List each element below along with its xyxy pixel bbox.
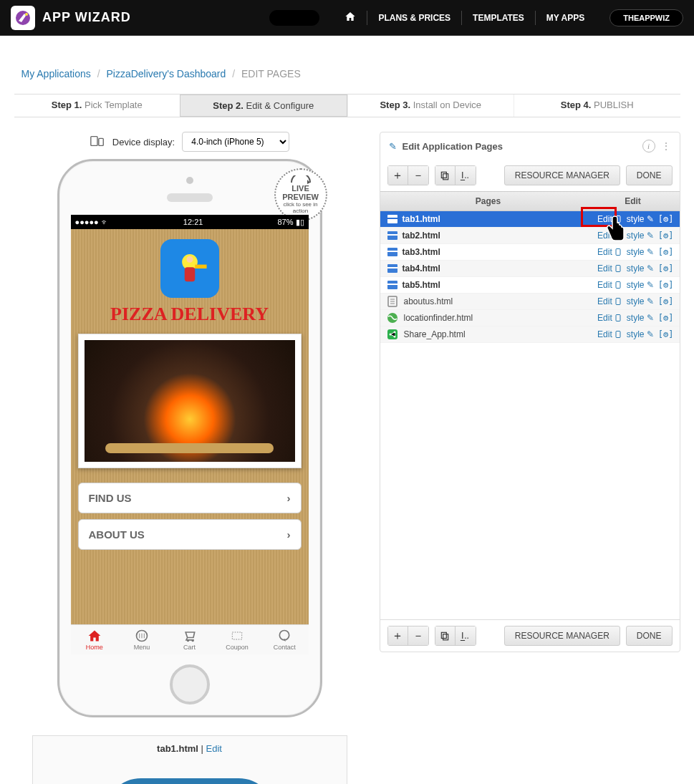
row-gear[interactable]: [⚙] bbox=[658, 280, 674, 290]
row-style[interactable]: style ✎ bbox=[627, 247, 654, 257]
remove-button[interactable]: － bbox=[408, 166, 428, 185]
step-4[interactable]: Step 4. PUBLISH bbox=[514, 95, 680, 117]
row-style[interactable]: style ✎ bbox=[627, 263, 654, 274]
home-button[interactable] bbox=[170, 664, 210, 705]
svg-rect-7 bbox=[195, 265, 206, 268]
add-button-bottom[interactable]: ＋ bbox=[388, 626, 408, 645]
app-title: PIZZA DELIVERY bbox=[78, 304, 302, 325]
page-row[interactable]: locationfinder.htmlEdit style ✎[⚙] bbox=[380, 310, 680, 326]
nav-plans[interactable]: PLANS & PRICES bbox=[367, 11, 461, 25]
find-us-item[interactable]: FIND US› bbox=[78, 483, 302, 513]
row-edit[interactable]: Edit bbox=[597, 231, 622, 241]
step-2[interactable]: Step 2. Edit & Configure bbox=[180, 95, 347, 117]
row-edit[interactable]: Edit bbox=[597, 313, 622, 323]
device-select[interactable]: 4.0-inch (iPhone 5) bbox=[182, 132, 289, 152]
svg-rect-12 bbox=[441, 172, 446, 178]
live-preview-badge[interactable]: LIVE PREVIEW click to see in action bbox=[274, 168, 327, 221]
page-row[interactable]: aboutus.htmlEdit style ✎[⚙] bbox=[380, 294, 680, 310]
page-row[interactable]: tab3.htmlEdit style ✎[⚙] bbox=[380, 244, 680, 261]
page-row[interactable]: tab4.htmlEdit style ✎[⚙] bbox=[380, 261, 680, 277]
page-row[interactable]: tab5.htmlEdit style ✎[⚙] bbox=[380, 277, 680, 294]
device-display-label: Device display: bbox=[112, 137, 175, 147]
row-edit[interactable]: Edit bbox=[597, 280, 622, 290]
row-edit[interactable]: Edit bbox=[597, 263, 622, 274]
pizza-photo bbox=[78, 334, 302, 468]
status-battery: 87% bbox=[277, 218, 293, 226]
row-gear[interactable]: [⚙] bbox=[658, 296, 674, 306]
done-button-bottom[interactable]: DONE bbox=[626, 626, 673, 646]
row-edit[interactable]: Edit bbox=[597, 329, 622, 339]
col-pages: Pages bbox=[380, 192, 587, 210]
row-gear[interactable]: [⚙] bbox=[658, 214, 674, 224]
row-name: tab5.html bbox=[403, 280, 594, 290]
tab-home[interactable]: Home bbox=[71, 625, 118, 654]
user-button[interactable]: THEAPPWIZ bbox=[609, 9, 683, 26]
steps-bar: Step 1. Pick Template Step 2. Edit & Con… bbox=[14, 94, 680, 117]
step-1[interactable]: Step 1. Pick Template bbox=[14, 95, 180, 117]
crumb-apps[interactable]: My Applications bbox=[21, 68, 91, 79]
svg-rect-28 bbox=[616, 282, 620, 289]
footer-file: tab1.html bbox=[157, 743, 198, 754]
rename-button[interactable]: I̲.. bbox=[456, 166, 476, 185]
tab-menu[interactable]: Menu bbox=[118, 625, 165, 654]
devices-icon bbox=[90, 133, 105, 151]
page-row[interactable]: tab2.htmlEdit style ✎[⚙] bbox=[380, 228, 680, 244]
row-gear[interactable]: [⚙] bbox=[658, 313, 674, 323]
pages-panel: ✎ Edit Application Pages i ⋮ ＋ － I̲.. RE… bbox=[380, 132, 680, 652]
svg-rect-6 bbox=[184, 267, 195, 281]
row-style[interactable]: style ✎ bbox=[627, 231, 654, 241]
row-style[interactable]: style ✎ bbox=[627, 214, 654, 224]
svg-rect-41 bbox=[441, 632, 446, 638]
page-row[interactable]: tab1.htmlEdit style ✎[⚙] bbox=[380, 211, 680, 228]
dark-pill bbox=[269, 10, 319, 26]
page-row[interactable]: Share_App.htmlEdit style ✎[⚙] bbox=[380, 326, 680, 343]
battery-icon: ▮▯ bbox=[296, 218, 304, 227]
tab-coupon[interactable]: Coupon bbox=[213, 625, 261, 654]
row-edit[interactable]: Edit bbox=[597, 296, 622, 306]
row-style[interactable]: style ✎ bbox=[627, 329, 654, 339]
logo-icon bbox=[11, 6, 35, 30]
row-name: tab1.html bbox=[403, 214, 594, 224]
crumb-dashboard[interactable]: PizzaDelivery's Dashboard bbox=[106, 68, 226, 79]
row-gear[interactable]: [⚙] bbox=[658, 231, 674, 241]
svg-rect-42 bbox=[443, 634, 448, 640]
remove-button-bottom[interactable]: － bbox=[408, 626, 428, 645]
row-edit[interactable]: Edit bbox=[597, 214, 622, 224]
row-name: aboutus.html bbox=[403, 296, 594, 306]
nav-myapps[interactable]: MY APPS bbox=[535, 11, 595, 25]
crumb-current: EDIT PAGES bbox=[241, 68, 301, 79]
svg-rect-19 bbox=[616, 233, 620, 239]
row-gear[interactable]: [⚙] bbox=[658, 247, 674, 257]
home-icon[interactable] bbox=[334, 11, 367, 24]
add-button[interactable]: ＋ bbox=[388, 166, 408, 185]
svg-point-1 bbox=[25, 13, 28, 16]
rename-button-bottom[interactable]: I̲.. bbox=[456, 626, 476, 645]
phone-screen: ●●●●● ᯤ 12:21 87% ▮▯ PIZZA DELIVERY FIND… bbox=[71, 215, 309, 654]
tab-cart[interactable]: Cart bbox=[165, 625, 213, 654]
svg-rect-33 bbox=[616, 299, 620, 305]
done-button[interactable]: DONE bbox=[626, 165, 673, 185]
info-icon[interactable]: i bbox=[642, 140, 655, 153]
svg-rect-9 bbox=[232, 632, 241, 639]
nav-templates[interactable]: TEMPLATES bbox=[461, 11, 535, 25]
row-icon bbox=[386, 213, 399, 225]
more-icon[interactable]: ⋮ bbox=[661, 140, 671, 152]
row-gear[interactable]: [⚙] bbox=[658, 329, 674, 339]
resource-manager-button-bottom[interactable]: RESOURCE MANAGER bbox=[504, 626, 620, 646]
row-style[interactable]: style ✎ bbox=[627, 280, 654, 290]
svg-rect-22 bbox=[616, 249, 620, 256]
copy-button[interactable] bbox=[435, 166, 456, 185]
svg-rect-13 bbox=[443, 174, 448, 180]
row-icon bbox=[386, 312, 399, 324]
row-gear[interactable]: [⚙] bbox=[658, 263, 674, 274]
row-style[interactable]: style ✎ bbox=[627, 313, 654, 323]
step-3[interactable]: Step 3. Install on Device bbox=[347, 95, 514, 117]
about-us-item[interactable]: ABOUT US› bbox=[78, 519, 302, 550]
row-name: tab3.html bbox=[403, 247, 594, 257]
tab-contact[interactable]: Contact bbox=[261, 625, 308, 654]
row-edit[interactable]: Edit bbox=[597, 247, 622, 257]
copy-button-bottom[interactable] bbox=[435, 626, 456, 645]
resource-manager-button[interactable]: RESOURCE MANAGER bbox=[504, 165, 620, 185]
svg-rect-21 bbox=[387, 251, 397, 252]
row-style[interactable]: style ✎ bbox=[627, 296, 654, 306]
